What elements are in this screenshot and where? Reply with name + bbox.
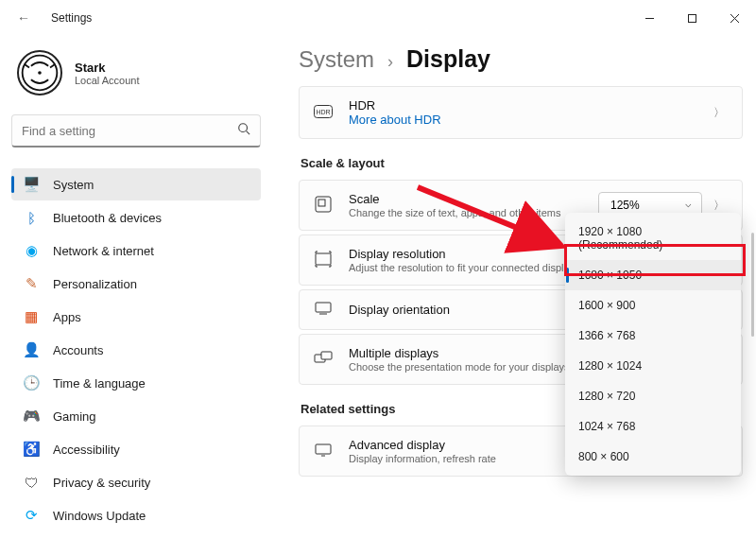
chevron-right-icon[interactable]: 〉 (710, 198, 729, 214)
hdr-icon: HDR (313, 105, 334, 121)
nav-label: Time & language (53, 376, 146, 391)
minimize-button[interactable] (628, 0, 671, 36)
window-title: Settings (51, 11, 92, 25)
scrollbar[interactable] (751, 233, 754, 337)
nav-icon: 👤 (23, 341, 40, 358)
nav-label: Privacy & security (53, 476, 150, 490)
nav-label: Network & internet (53, 244, 154, 258)
svg-line-9 (247, 131, 250, 135)
sidebar-item-bluetooth-devices[interactable]: ᛒBluetooth & devices (11, 201, 261, 234)
section-scale-layout: Scale & layout (301, 156, 743, 170)
nav-label: Accounts (53, 343, 103, 357)
resolution-option[interactable]: 1280 × 720 (565, 381, 741, 411)
svg-rect-18 (321, 352, 332, 359)
svg-rect-19 (316, 444, 331, 454)
user-name: Stark (75, 61, 140, 75)
svg-point-7 (38, 71, 42, 75)
nav-icon: ♿ (23, 441, 40, 458)
hdr-link[interactable]: More about HDR (349, 113, 695, 127)
svg-text:HDR: HDR (316, 109, 330, 115)
nav-label: System (53, 178, 94, 192)
sidebar-item-apps[interactable]: ▦Apps (11, 301, 261, 333)
svg-rect-13 (318, 200, 325, 206)
nav-label: Personalization (53, 277, 137, 291)
resolution-option[interactable]: 1680 × 1050 (565, 260, 741, 290)
page-title: Display (406, 45, 490, 73)
sidebar-item-accessibility[interactable]: ♿Accessibility (11, 433, 261, 465)
svg-rect-12 (316, 197, 331, 212)
nav-icon: ✎ (23, 275, 40, 292)
svg-rect-14 (316, 253, 331, 265)
advanced-display-icon (313, 443, 334, 460)
resolution-option[interactable]: 1024 × 768 (565, 411, 741, 442)
nav-icon: 🕒 (23, 374, 40, 391)
scale-title: Scale (349, 192, 583, 206)
scale-desc: Change the size of text, apps, and other… (349, 207, 583, 218)
resolution-icon (313, 251, 334, 270)
svg-rect-1 (689, 14, 696, 22)
sidebar-item-privacy-security[interactable]: 🛡Privacy & security (11, 466, 261, 498)
user-account-type: Local Account (75, 75, 140, 86)
nav-icon: ◉ (23, 242, 40, 259)
resolution-option[interactable]: 1920 × 1080 (Recommended) (565, 217, 741, 260)
user-block[interactable]: Stark Local Account (11, 44, 261, 114)
resolution-option[interactable]: 1366 × 768 (565, 321, 741, 351)
close-button[interactable] (713, 0, 756, 36)
orientation-icon (313, 302, 334, 318)
nav-icon: ᛒ (23, 209, 40, 226)
nav-icon: ▦ (23, 308, 40, 325)
sidebar-item-system[interactable]: 🖥️System (11, 168, 261, 200)
search-input[interactable] (22, 124, 237, 138)
nav-icon: 🛡 (23, 474, 40, 491)
nav-icon: 🖥️ (23, 176, 40, 193)
breadcrumb: System › Display (299, 45, 743, 73)
sidebar-item-windows-update[interactable]: ⟳Windows Update (11, 499, 261, 531)
sidebar-item-gaming[interactable]: 🎮Gaming (11, 400, 261, 432)
search-icon (237, 122, 250, 139)
resolution-option[interactable]: 800 × 600 (565, 442, 741, 472)
nav-label: Windows Update (53, 509, 146, 523)
hdr-card[interactable]: HDR HDR More about HDR 〉 (299, 86, 743, 139)
svg-point-8 (239, 124, 248, 132)
search-box[interactable] (11, 114, 261, 148)
nav-label: Gaming (53, 409, 96, 424)
nav-icon: 🎮 (23, 408, 40, 425)
titlebar: ← Settings (0, 0, 756, 36)
chevron-right-icon: › (387, 52, 393, 72)
multiple-displays-icon (313, 351, 334, 369)
sidebar-item-personalization[interactable]: ✎Personalization (11, 268, 261, 300)
sidebar-item-network-internet[interactable]: ◉Network & internet (11, 235, 261, 267)
avatar (17, 50, 62, 96)
resolution-option[interactable]: 1600 × 900 (565, 290, 741, 321)
resolution-dropdown-menu: 1920 × 1080 (Recommended)1680 × 10501600… (565, 213, 741, 476)
hdr-title: HDR (349, 98, 695, 113)
nav-icon: ⟳ (23, 507, 40, 524)
nav-label: Apps (53, 310, 81, 324)
back-button[interactable]: ← (13, 10, 34, 26)
svg-rect-15 (316, 303, 331, 312)
nav-label: Bluetooth & devices (53, 211, 162, 225)
breadcrumb-parent[interactable]: System (299, 46, 374, 73)
sidebar-item-accounts[interactable]: 👤Accounts (11, 334, 261, 366)
sidebar: Stark Local Account 🖥️SystemᛒBluetooth &… (0, 36, 272, 556)
nav-label: Accessibility (53, 443, 120, 457)
maximize-button[interactable] (671, 0, 713, 36)
scale-icon (313, 196, 334, 216)
resolution-option[interactable]: 1280 × 1024 (565, 351, 741, 381)
sidebar-item-time-language[interactable]: 🕒Time & language (11, 367, 261, 399)
chevron-right-icon: 〉 (710, 105, 729, 121)
nav-list: 🖥️SystemᛒBluetooth & devices◉Network & i… (11, 168, 261, 531)
